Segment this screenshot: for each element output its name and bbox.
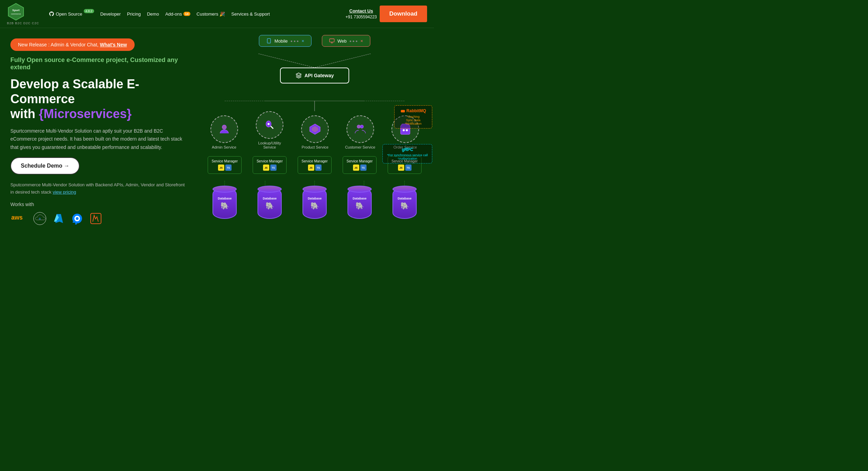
hero-description: Spurtcommerce Multi-Vendor Solution can … bbox=[10, 127, 185, 152]
api-gateway-label: API Gateway bbox=[305, 73, 334, 78]
nav-addons[interactable]: Add-ons 14 bbox=[165, 11, 190, 17]
web-label: Web bbox=[337, 38, 347, 44]
contact-link[interactable]: Contact Us bbox=[345, 8, 377, 14]
manager-title-1: Service Manager bbox=[211, 159, 238, 163]
heading-highlight: {Microservices} bbox=[39, 107, 132, 121]
manager-title-4: Service Manager bbox=[346, 159, 373, 163]
rabbitmq-icon bbox=[400, 109, 405, 114]
view-pricing-link[interactable]: view pricing bbox=[53, 189, 76, 195]
nav-open-source[interactable]: Open Source 4.8.2 bbox=[49, 11, 94, 17]
rabbitmq-feature-3: *Notification bbox=[399, 122, 428, 125]
product-service-circle bbox=[301, 115, 329, 143]
logo-area: Spurt commerce B2B B2C D2C C2C bbox=[7, 3, 39, 25]
admin-service-circle bbox=[210, 115, 238, 143]
db-node-1: Database 🐘 bbox=[213, 188, 237, 219]
nav-pricing-label: Pricing bbox=[127, 11, 141, 17]
right-panel: Mobile ● ● ● ✕ Web ● ● ● ✕ bbox=[195, 28, 434, 471]
services-row: Admin Service Lookup/Utility Service bbox=[202, 111, 427, 149]
cloud-logos: aws G bbox=[10, 212, 185, 225]
svg-text:aws: aws bbox=[11, 214, 23, 221]
db-node-5: Database 🐘 bbox=[392, 188, 417, 219]
tech-badges-4: JS TS bbox=[346, 165, 373, 171]
main-heading: Develop a Scalable E-Commerce with {Micr… bbox=[10, 77, 185, 122]
nav-addons-label: Add-ons bbox=[165, 11, 182, 17]
ts-badge-4: TS bbox=[360, 165, 367, 171]
manager-box-2: Service Manager JS TS bbox=[253, 156, 287, 174]
grpc-feature-1: *For synchronous service call bbox=[387, 153, 428, 157]
architecture-diagram: Mobile ● ● ● ✕ Web ● ● ● ✕ bbox=[199, 32, 431, 226]
svg-point-33 bbox=[360, 125, 363, 128]
db-label-5: Database bbox=[398, 197, 412, 200]
logo-icon[interactable]: Spurt commerce bbox=[7, 3, 25, 21]
rabbitmq-feature-1: *Caching bbox=[399, 115, 428, 118]
databases-row: Database 🐘 Database 🐘 Database 🐘 bbox=[202, 188, 427, 219]
whats-new-link[interactable]: What's New bbox=[100, 42, 127, 47]
contact-area: Contact Us +91 7305594223 bbox=[345, 8, 377, 20]
monitor-icon bbox=[329, 38, 335, 44]
nav-services-label: Services & Support bbox=[231, 11, 270, 17]
manager-title-3: Service Manager bbox=[301, 159, 328, 163]
connector-svg-top bbox=[202, 54, 427, 68]
grpc-feature-2: *Authorization bbox=[387, 157, 428, 160]
mobile-label: Mobile bbox=[274, 38, 288, 44]
demo-description: Sputcommerce Multi-Vendor Solution with … bbox=[10, 181, 185, 196]
svg-line-20 bbox=[315, 54, 371, 68]
db-node-2: Database 🐘 bbox=[257, 188, 282, 219]
works-with-label: Works with bbox=[10, 202, 185, 207]
version-badge: 4.8.2 bbox=[84, 9, 94, 13]
web-card: Web ● ● ● ✕ bbox=[322, 35, 370, 47]
nav-customers-label: Customers 🎉 bbox=[197, 11, 225, 17]
svg-point-35 bbox=[406, 129, 408, 131]
svg-point-15 bbox=[269, 42, 269, 42]
nav-customers[interactable]: Customers 🎉 bbox=[197, 11, 225, 17]
customer-icon bbox=[354, 123, 367, 135]
rabbitmq-title: RabbitMQ bbox=[399, 108, 428, 114]
nav-pricing[interactable]: Pricing bbox=[127, 11, 141, 17]
tech-badges-2: JS TS bbox=[256, 165, 283, 171]
api-gateway-container: API Gateway bbox=[202, 68, 427, 94]
nav-developer[interactable]: Developer bbox=[100, 11, 121, 17]
db-cylinder-2: Database 🐘 bbox=[257, 188, 282, 219]
schedule-demo-button[interactable]: Schedule Demo → bbox=[10, 157, 80, 175]
ts-badge-2: TS bbox=[270, 165, 277, 171]
addons-badge: 14 bbox=[183, 12, 190, 16]
nav-demo[interactable]: Demo bbox=[147, 11, 159, 17]
customer-service-circle bbox=[346, 115, 374, 143]
svg-rect-16 bbox=[329, 39, 334, 42]
product-icon bbox=[309, 123, 321, 135]
grpc-box: gRPC *For synchronous service call *Auth… bbox=[382, 144, 432, 163]
js-badge-2: JS bbox=[263, 165, 269, 171]
admin-icon bbox=[218, 123, 230, 135]
svg-rect-41 bbox=[401, 110, 405, 113]
db-cylinder-3: Database 🐘 bbox=[302, 188, 327, 219]
tagline-text: Fully Open source e-Commerce project, Cu… bbox=[10, 56, 185, 71]
mobile-card: Mobile ● ● ● ✕ bbox=[259, 35, 311, 47]
svg-point-32 bbox=[357, 125, 360, 128]
heading-line2: with bbox=[10, 107, 39, 121]
svg-point-34 bbox=[403, 129, 405, 131]
rabbitmq-box: RabbitMQ *Caching Sync Data *Notificatio… bbox=[394, 105, 432, 128]
aws-logo: aws bbox=[10, 213, 28, 224]
nav-open-source-label: Open Source bbox=[56, 11, 82, 17]
js-badge-5: JS bbox=[398, 165, 404, 171]
db-label-4: Database bbox=[353, 197, 367, 200]
azure-icon bbox=[52, 212, 65, 225]
db-node-3: Database 🐘 bbox=[302, 188, 327, 219]
ts-badge-5: TS bbox=[405, 165, 412, 171]
svg-rect-11 bbox=[75, 223, 77, 224]
contact-phone: +91 7305594223 bbox=[345, 15, 377, 19]
rabbitmq-feature-2: Sync Data bbox=[399, 118, 428, 122]
db-cylinder-4: Database 🐘 bbox=[347, 188, 372, 219]
new-release-text: New Release : Admin & Vendor Chat, bbox=[18, 42, 99, 47]
manager-box-4: Service Manager JS TS bbox=[343, 156, 377, 174]
db-cylinder-5: Database 🐘 bbox=[392, 188, 417, 219]
aws-icon: aws bbox=[10, 213, 28, 223]
download-button[interactable]: Download bbox=[380, 6, 427, 22]
digitalocean-icon bbox=[71, 212, 84, 225]
customer-service-label: Customer Service bbox=[345, 145, 375, 149]
tech-badges-3: JS TS bbox=[301, 165, 328, 171]
left-panel: New Release : Admin & Vendor Chat, What'… bbox=[0, 28, 195, 471]
nav-services[interactable]: Services & Support bbox=[231, 11, 270, 17]
ts-badge-1: TS bbox=[225, 165, 232, 171]
main-content: New Release : Admin & Vendor Chat, What'… bbox=[0, 28, 434, 471]
